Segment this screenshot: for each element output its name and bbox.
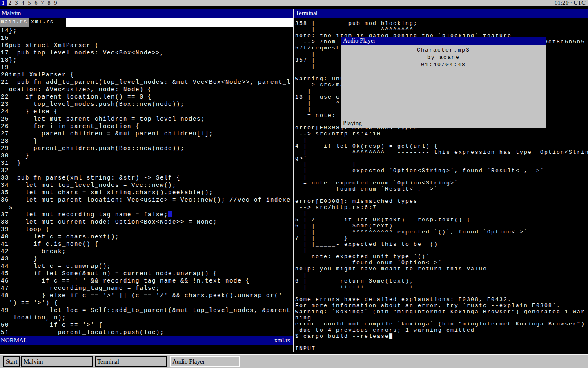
editor-line-39: 39 loop { <box>1 226 292 233</box>
terminal-row-25: | expected `Option<String>`, found `Resu… <box>295 168 588 174</box>
editor-line-43: 43 } <box>1 255 292 263</box>
terminal-row-24: | | <box>295 162 588 168</box>
workspace-5[interactable]: 5 <box>26 0 33 6</box>
playback-status: Playing <box>343 120 362 127</box>
editor-line-47: 47 recording_tag_name = false; <box>1 285 292 292</box>
terminal-row-43: 6 | return Some(text); <box>295 278 588 284</box>
editor-line-30: 30 } <box>1 152 292 159</box>
workspace-2[interactable]: 2 <box>7 0 13 6</box>
malvim-statusbar: NORMAL xml.rs <box>0 336 293 345</box>
terminal-row-45 <box>295 290 588 296</box>
editor-line-46: 46 if c == ' ' && recording_tag_name && … <box>1 277 292 285</box>
editor-line-16: 16pub struct XmlParser { <box>1 42 292 49</box>
editor-line-15: 15 <box>1 34 292 42</box>
terminal-row-20: | <box>295 137 588 143</box>
track-artist: by acane <box>341 54 546 61</box>
editor-line-31: 31 } <box>1 159 292 167</box>
editor-line-36: 36 let mut parent_location: Vec<usize> =… <box>1 196 292 211</box>
workspace-6[interactable]: 6 <box>33 0 39 6</box>
taskbar-button-audio-player[interactable]: Audio Player <box>170 356 240 367</box>
editor-line-25: 25 let mut parent_children = top_level_n… <box>1 115 292 123</box>
editor-cursor <box>168 211 172 217</box>
terminal-row-32: | <box>295 211 588 217</box>
workspace-list: 123456789 <box>0 0 59 6</box>
tab-main-rs[interactable]: main.rs <box>0 18 29 27</box>
workspace-8[interactable]: 8 <box>46 0 52 6</box>
tab-xml-rs[interactable]: xml.rs <box>29 18 66 27</box>
editor-line-33: 33 pub fn parse(xml_string: &str) -> Sel… <box>1 174 292 182</box>
terminal-row-37: | |_____- expected this to be `()` <box>295 241 588 247</box>
editor-line-41: 41 if c.is_none() { <box>1 240 292 248</box>
terminal-titlebar[interactable]: Terminal <box>294 9 588 18</box>
editor-line-27: 27 parent_children = &mut parent_childre… <box>1 130 292 137</box>
malvim-title: Malvim <box>2 10 21 16</box>
workspace-7[interactable]: 7 <box>39 0 46 6</box>
workspace-1[interactable]: 1 <box>0 0 7 6</box>
terminal-row-30: error[E0308]: mismatched types <box>295 198 588 204</box>
tabbar-filler <box>66 18 293 27</box>
terminal-row-48: warning: `koxinga` (bin "mingInternet_Ko… <box>295 309 588 315</box>
terminal-row-22: | ^^^^^^^^ -------- this expression has … <box>295 149 588 155</box>
terminal-row-36: 7 | | } <box>295 235 588 241</box>
terminal-row-29 <box>295 192 588 198</box>
editor-line-50: 50 if c == '>' { <box>1 321 292 329</box>
workspace-9[interactable]: 9 <box>52 0 59 6</box>
editor-line-37: 37 let mut recording_tag_name = false; <box>1 211 292 218</box>
editor-line-23: 23 top_level_nodes.push(Box::new(node)); <box>1 101 292 108</box>
editor-line-18: 18}; <box>1 56 292 64</box>
terminal-row-27: = note: expected enum `Option<String>` <box>295 180 588 186</box>
start-button[interactable]: Start <box>3 356 20 367</box>
track-time: 01:40/04:48 <box>341 61 546 69</box>
workspace-3[interactable]: 3 <box>13 0 20 6</box>
editor-line-29: 29 parent_children.push(Box::new(node)); <box>1 145 292 152</box>
terminal-row-33: 5 | / if let Ok(text) = resp.text() { <box>295 217 588 223</box>
terminal-row-31: --> src/http.rs:6:7 <box>295 204 588 211</box>
taskbar-button-terminal[interactable]: Terminal <box>95 356 167 367</box>
editor-line-21: 21 pub fn add_to_parent(top_level_nodes:… <box>1 79 292 93</box>
editor-line-19: 19 <box>1 64 292 71</box>
workspace-4[interactable]: 4 <box>20 0 26 6</box>
editor-line-24: 24 } else { <box>1 108 292 115</box>
terminal-row-40: found enum `Option<_>` <box>295 260 588 266</box>
editor-line-40: 40 let c = chars.next(); <box>1 233 292 240</box>
editor-line-34: 34 let mut top_level_nodes = Vec::new(); <box>1 182 292 189</box>
terminal-row-44: | ++++++ + <box>295 284 588 290</box>
editor-line-28: 28 } <box>1 137 292 145</box>
clock: 01:21~ UTC <box>555 0 586 6</box>
editor-line-14: 14}; <box>1 27 292 34</box>
terminal-row-2: | ^^^^^^^^ <box>295 27 588 33</box>
terminal-row-28: found enum `Result<_, _>` <box>295 186 588 192</box>
editor-line-49: 49 let loc = Self::add_to_parent(&mut to… <box>1 307 292 321</box>
terminal-row-50: error: could not compile `koxinga` (bin … <box>295 321 588 327</box>
editor-area[interactable]: 14};1516pub struct XmlParser {17 pub top… <box>0 27 293 336</box>
terminal-row-39: = note: expected unit type `()` <box>295 254 588 260</box>
taskbar-button-malvim[interactable]: Malvim <box>21 356 93 367</box>
terminal-row-53 <box>295 339 588 346</box>
terminal-row-52: $ cargo build --release█ <box>295 333 588 339</box>
editor-line-42: 42 break; <box>1 248 292 255</box>
terminal-row-1: 358 | pub mod blocking; <box>295 20 588 27</box>
audio-player-title: Audio Player <box>343 37 376 44</box>
editor-line-44: 44 let c = c.unwrap(); <box>1 263 292 270</box>
terminal-row-21: 4 | if let Ok(resp) = get(url) { <box>295 143 588 149</box>
editor-line-35: 35 let mut chars = xml_string.chars().pe… <box>1 189 292 196</box>
malvim-titlebar[interactable]: Malvim <box>0 9 293 18</box>
terminal-row-35: | | ^^^^^^^^^^ expected `()`, found `Opt… <box>295 229 588 235</box>
audio-player-window: Audio Player Character.mp3 by acane 01:4… <box>341 37 546 128</box>
terminal-row-23: g>` <box>295 155 588 162</box>
editor-line-17: 17 pub top_level_nodes: Vec<Box<Node>>, <box>1 49 292 56</box>
editor-line-26: 26 for i in parent_location { <box>1 123 292 130</box>
malvim-tabbar: main.rs xml.rs <box>0 18 293 27</box>
terminal-row-42: | <box>295 272 588 278</box>
audio-player-titlebar[interactable]: Audio Player <box>341 37 546 45</box>
terminal-row-38: | <box>295 247 588 254</box>
taskbar: Start MalvimTerminalAudio Player <box>0 354 588 368</box>
track-name: Character.mp3 <box>341 47 546 54</box>
editor-line-22: 22 if parent_location.len() == 0 { <box>1 93 292 101</box>
terminal-row-51: due to 4 previous errors; 1 warning emit… <box>295 327 588 333</box>
audio-player-body: Character.mp3 by acane 01:40/04:48 Playi… <box>341 45 546 128</box>
editor-line-20: 20impl XmlParser { <box>1 71 292 79</box>
editor-line-48: 48 } else if c == '>' || (c == '/' && ch… <box>1 292 292 307</box>
workspace-bar: 123456789 01:21~ UTC <box>0 0 588 6</box>
statusbar-filename: xml.rs <box>274 336 290 345</box>
